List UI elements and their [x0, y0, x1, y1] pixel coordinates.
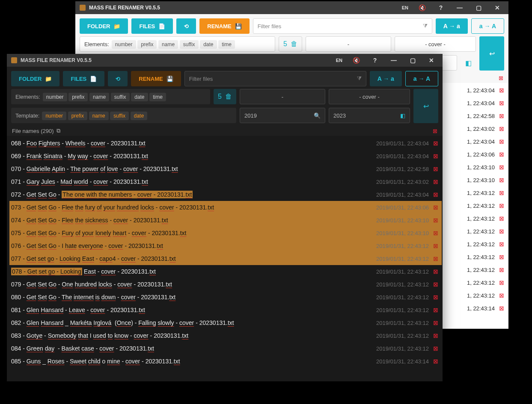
table-row[interactable]: 082 - Glen Hansard _ Markéta Irglová (On… [9, 316, 442, 329]
remove-icon[interactable]: ⊠ [431, 307, 440, 313]
lang-switch[interactable]: EN [398, 5, 413, 10]
chip-name[interactable]: name [89, 112, 109, 120]
remove-icon[interactable]: ⊠ [431, 191, 440, 198]
remove-icon[interactable]: ⊠ [431, 178, 440, 185]
trash-icon[interactable]: 🗑 [225, 93, 232, 100]
table-row[interactable]: 073 - Get Set Go - Flee the fury of your… [9, 201, 442, 214]
table-row[interactable]: 077 - Get set go - Looking East - capo4 … [9, 252, 442, 265]
suffix-input[interactable]: - cover - [395, 36, 476, 52]
help-icon[interactable]: ? [431, 1, 450, 14]
remove-icon[interactable]: ⊠ [497, 151, 506, 158]
chip-number[interactable]: number [112, 40, 136, 49]
table-row[interactable]: 083 - Gotye - Somebody that I used to kn… [9, 329, 442, 342]
folder-button[interactable]: FOLDER📁 [80, 18, 128, 34]
rename-button[interactable]: RENAME💾 [199, 18, 249, 34]
lowercase-button[interactable]: A → a [436, 18, 468, 34]
refresh-button[interactable]: ⟲ [108, 71, 128, 86]
remove-icon[interactable]: ⊠ [497, 138, 506, 145]
chip-prefix[interactable]: prefix [68, 93, 88, 101]
remove-icon[interactable]: ⊠ [431, 140, 440, 147]
files-button[interactable]: FILES📄 [63, 71, 104, 86]
table-row[interactable]: 069 - Frank Sinatra - My way - cover - 2… [9, 150, 442, 162]
clear-all-icon[interactable]: ⊠ [499, 75, 503, 81]
eraser-icon[interactable]: ◧ [461, 55, 476, 71]
remove-icon[interactable]: ⊠ [497, 177, 506, 183]
help-icon[interactable]: ? [366, 54, 384, 67]
chip-prefix[interactable]: prefix [68, 112, 87, 120]
remove-icon[interactable]: ⊠ [431, 358, 440, 365]
uppercase-button[interactable]: a → A [405, 71, 438, 86]
refresh-button[interactable]: ⟲ [176, 18, 196, 34]
suffix-input[interactable]: - cover - [329, 89, 410, 104]
folder-button[interactable]: FOLDER📁 [11, 71, 59, 86]
filter-input[interactable]: Filter files⧩ [253, 18, 432, 34]
chip-suffix[interactable]: suffix [180, 40, 199, 49]
remove-icon[interactable]: ⊠ [431, 153, 440, 159]
replace-input[interactable]: 2023◧ [329, 108, 410, 123]
table-row[interactable]: 068 - Foo Fighters - Wheels - cover - 20… [9, 137, 442, 150]
remove-icon[interactable]: ⊠ [497, 215, 506, 222]
remove-icon[interactable]: ⊠ [431, 165, 440, 172]
template-box[interactable]: Template: number prefix name suffix date [11, 108, 236, 123]
lowercase-button[interactable]: A → a [370, 71, 402, 86]
count-box[interactable]: 5🗑 [279, 36, 302, 52]
table-row[interactable]: 085 - Guns _ Roses - Sweet child o mine … [9, 355, 442, 368]
remove-icon[interactable]: ⊠ [431, 204, 440, 211]
maximize-button[interactable]: ▢ [403, 54, 422, 67]
remove-icon[interactable]: ⊠ [431, 268, 440, 275]
remove-icon[interactable]: ⊠ [431, 332, 440, 339]
table-row[interactable]: 076 - Get Set Go - I hate everyone - cov… [9, 239, 442, 252]
separator-input[interactable]: - [240, 89, 325, 104]
clear-all-icon[interactable]: ⊠ [433, 128, 437, 134]
table-row[interactable]: 080 - Get Set Go - The internet is down … [9, 291, 442, 304]
remove-icon[interactable]: ⊠ [497, 112, 506, 119]
count-box[interactable]: 5🗑 [214, 89, 236, 104]
remove-icon[interactable]: ⊠ [431, 255, 440, 262]
remove-icon[interactable]: ⊠ [431, 230, 440, 236]
remove-icon[interactable]: ⊠ [497, 254, 506, 260]
titlebar[interactable]: MASS FILE RENAMER V0.5.5 EN 🔇 ? — ▢ ✕ [7, 54, 443, 67]
chip-suffix[interactable]: suffix [110, 112, 129, 120]
mute-icon[interactable]: 🔇 [347, 54, 366, 67]
chip-prefix[interactable]: prefix [137, 40, 157, 49]
table-row[interactable]: 079 - Get Set Go - One hundred locks - c… [9, 278, 442, 291]
remove-icon[interactable]: ⊠ [497, 202, 506, 209]
apply-button[interactable]: ↩ [479, 36, 504, 71]
rename-button[interactable]: RENAME💾 [131, 71, 181, 86]
apply-button[interactable]: ↩ [413, 89, 438, 123]
close-button[interactable]: ✕ [488, 1, 507, 14]
chip-name[interactable]: name [158, 40, 178, 49]
table-row[interactable]: 070 - Gabrielle Aplin - The power of lov… [9, 162, 442, 175]
elements-box[interactable]: Elements: number prefix name suffix date… [80, 36, 275, 52]
separator-input[interactable]: - [306, 36, 391, 52]
eraser-icon[interactable]: ◧ [400, 112, 405, 119]
remove-icon[interactable]: ⊠ [497, 266, 506, 273]
uppercase-button[interactable]: a → A [471, 18, 504, 34]
remove-icon[interactable]: ⊠ [431, 294, 440, 301]
chip-name[interactable]: name [89, 93, 109, 101]
remove-icon[interactable]: ⊠ [431, 217, 440, 224]
table-row[interactable]: 078 - Get set go - Looking East - cover … [9, 265, 442, 278]
minimize-button[interactable]: — [384, 54, 403, 67]
close-button[interactable]: ✕ [422, 54, 441, 67]
remove-icon[interactable]: ⊠ [497, 87, 506, 94]
files-button[interactable]: FILES📄 [131, 18, 173, 34]
remove-icon[interactable]: ⊠ [497, 279, 506, 286]
remove-icon[interactable]: ⊠ [431, 281, 440, 288]
chip-time[interactable]: time [149, 93, 166, 101]
remove-icon[interactable]: ⊠ [497, 228, 506, 235]
titlebar[interactable]: MASS FILE RENAMER V0.5.5 EN 🔇 ? — ▢ ✕ [75, 1, 508, 14]
remove-icon[interactable]: ⊠ [497, 100, 506, 106]
table-row[interactable]: 071 - Gary Jules - Mad world - cover - 2… [9, 175, 442, 188]
chip-date[interactable]: date [200, 40, 217, 49]
file-list[interactable]: 068 - Foo Fighters - Wheels - cover - 20… [7, 136, 443, 381]
search-input[interactable]: 2019🔍 [240, 108, 325, 123]
remove-icon[interactable]: ⊠ [431, 345, 440, 352]
remove-icon[interactable]: ⊠ [497, 241, 506, 248]
remove-icon[interactable]: ⊠ [497, 305, 506, 312]
table-row[interactable]: 072 - Get Set Go - The one with the numb… [9, 188, 442, 201]
chip-number[interactable]: number [43, 93, 67, 101]
trash-icon[interactable]: 🗑 [291, 40, 297, 48]
table-row[interactable]: 075 - Get Set Go - Fury of your lonely h… [9, 227, 442, 239]
remove-icon[interactable]: ⊠ [431, 242, 440, 249]
